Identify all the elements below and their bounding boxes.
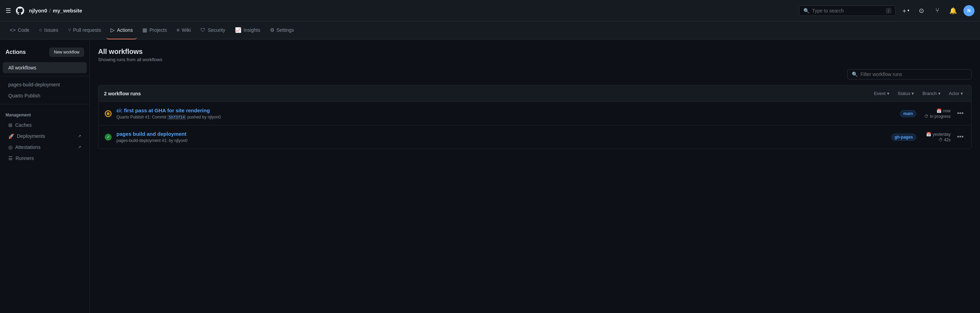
branch-filter-button[interactable]: Branch ▾: [920, 89, 943, 97]
create-button[interactable]: ＋ ▾: [900, 5, 911, 16]
tab-wiki[interactable]: ≡ Wiki: [172, 21, 195, 40]
filter-search[interactable]: 🔍: [847, 69, 972, 79]
main-layout: Actions New workflow All workflows pages…: [0, 40, 980, 313]
github-logo[interactable]: [14, 5, 25, 16]
run-2-duration-row: ⏱ 42s: [939, 138, 951, 142]
event-filter-button[interactable]: Event ▾: [871, 89, 892, 97]
new-workflow-button[interactable]: New workflow: [49, 48, 84, 57]
page-subtitle: Showing runs from all workflows: [98, 57, 972, 62]
branch-dropdown-icon: ▾: [938, 91, 940, 96]
timer-icon-1: ⏱: [924, 114, 929, 119]
sidebar-item-deployments[interactable]: 🚀 Deployments ↗: [3, 130, 87, 141]
run-row-2[interactable]: ✓ pages build and deployment pages-build…: [99, 126, 971, 149]
dropdown-arrow-icon: ▾: [907, 8, 910, 13]
run-1-run-number: #1: [145, 115, 150, 119]
tab-insights-label: Insights: [243, 27, 260, 33]
tab-issues[interactable]: ○ Issues: [35, 21, 62, 40]
status-filter-button[interactable]: Status ▾: [895, 89, 917, 97]
tab-settings[interactable]: ⚙ Settings: [266, 21, 298, 40]
breadcrumb-repo[interactable]: my_website: [53, 8, 82, 13]
issues-icon[interactable]: ⊙: [916, 5, 927, 16]
breadcrumb: njlyon0 / my_website: [29, 8, 82, 13]
breadcrumb-user[interactable]: njlyon0: [29, 8, 47, 13]
page-header: All workflows Showing runs from all work…: [98, 48, 972, 62]
sidebar-divider-workflows: [0, 76, 89, 76]
avatar[interactable]: N: [963, 5, 974, 16]
external-link-icon: ↗: [78, 134, 81, 138]
run-1-status-label: In progress: [930, 114, 951, 119]
external-link-icon-2: ↗: [78, 145, 81, 149]
repo-navigation: <> Code ○ Issues ⑂ Pull requests ▷ Actio…: [0, 21, 980, 40]
main-content: All workflows Showing runs from all work…: [90, 40, 980, 313]
run-1-time-row: 📅 now: [937, 108, 951, 113]
tab-code[interactable]: <> Code: [6, 21, 33, 40]
run-2-actions: •••: [955, 132, 966, 142]
run-2-branch-badge[interactable]: gh-pages: [891, 134, 916, 141]
run-2-user[interactable]: njlyon0: [175, 138, 188, 143]
tab-pull-requests[interactable]: ⑂ Pull requests: [64, 21, 105, 40]
run-1-title[interactable]: ci: first pass at GHA for site rendering: [116, 108, 896, 113]
tab-settings-label: Settings: [277, 27, 294, 33]
pull-requests-icon[interactable]: ⑂: [932, 5, 943, 16]
sidebar: Actions New workflow All workflows pages…: [0, 40, 90, 313]
run-1-more-button[interactable]: •••: [956, 108, 965, 119]
run-1-info: ci: first pass at GHA for site rendering…: [116, 108, 896, 119]
actor-filter-label: Actor: [949, 91, 959, 96]
actor-dropdown-icon: ▾: [961, 91, 963, 96]
filter-bar: 🔍: [98, 69, 972, 79]
hamburger-icon[interactable]: ☰: [6, 7, 11, 14]
sidebar-item-all-workflows[interactable]: All workflows: [3, 62, 87, 73]
sidebar-item-pages-build-deployment[interactable]: pages-build-deployment: [3, 79, 87, 90]
run-1-time: 📅 now ⏱ In progress: [923, 108, 951, 119]
run-1-branch-badge[interactable]: main: [900, 110, 916, 117]
tab-code-label: Code: [18, 27, 29, 33]
sidebar-item-attestations[interactable]: ◎ Attestations ↗: [3, 141, 87, 153]
runners-label: Runners: [16, 156, 34, 161]
actions-icon: ▷: [111, 27, 115, 33]
settings-icon: ⚙: [270, 27, 274, 33]
notifications-icon[interactable]: 🔔: [948, 5, 959, 16]
run-2-time-row: 📅 yesterday: [926, 132, 951, 137]
timer-icon-2: ⏱: [939, 138, 943, 142]
run-2-time: 📅 yesterday ⏱ 42s: [923, 132, 951, 142]
sidebar-item-caches[interactable]: ⊞ Caches: [3, 119, 87, 130]
success-circle: ✓: [105, 134, 111, 141]
search-icon: 🔍: [803, 8, 809, 13]
sidebar-item-quarto-publish[interactable]: Quarto Publish: [3, 90, 87, 101]
status-dropdown-icon: ▾: [912, 91, 914, 96]
all-workflows-label: All workflows: [8, 65, 36, 70]
run-1-user[interactable]: njlyon0: [208, 115, 221, 119]
caches-icon: ⊞: [8, 122, 13, 128]
run-1-time-label: now: [943, 108, 951, 113]
search-input[interactable]: [812, 8, 883, 13]
in-progress-dot: [107, 112, 110, 115]
pr-icon: ⑂: [68, 27, 71, 33]
run-2-more-button[interactable]: •••: [956, 132, 965, 142]
tab-projects[interactable]: ▦ Projects: [138, 21, 171, 40]
run-1-status-icon: [104, 110, 112, 118]
tab-issues-label: Issues: [44, 27, 58, 33]
event-filter-label: Event: [874, 91, 885, 96]
insights-icon: 📈: [235, 27, 242, 33]
workflow-runs-table: 2 workflow runs Event ▾ Status ▾ Branch …: [98, 85, 972, 149]
actor-filter-button[interactable]: Actor ▾: [946, 89, 966, 97]
tab-security[interactable]: 🛡 Security: [196, 21, 229, 40]
tab-actions[interactable]: ▷ Actions: [107, 21, 137, 40]
attestations-icon: ◎: [8, 145, 13, 150]
event-dropdown-icon: ▾: [887, 91, 889, 96]
run-2-title[interactable]: pages build and deployment: [116, 131, 888, 137]
branch-filter-label: Branch: [922, 91, 937, 96]
management-section-label: Management: [0, 107, 89, 119]
sidebar-item-runners[interactable]: ☰ Runners: [3, 153, 87, 164]
run-row-1[interactable]: ci: first pass at GHA for site rendering…: [99, 102, 971, 126]
calendar-icon-1: 📅: [937, 108, 942, 113]
wiki-icon: ≡: [177, 27, 180, 33]
sidebar-divider-management: [0, 104, 89, 104]
search-bar[interactable]: 🔍 /: [799, 6, 896, 16]
tab-insights[interactable]: 📈 Insights: [231, 21, 264, 40]
filter-input[interactable]: [861, 71, 967, 77]
run-1-commit-sha[interactable]: 5bf3f14: [167, 115, 186, 120]
runners-icon: ☰: [8, 156, 13, 161]
projects-icon: ▦: [142, 27, 147, 33]
run-2-run-number: #1: [162, 138, 166, 143]
